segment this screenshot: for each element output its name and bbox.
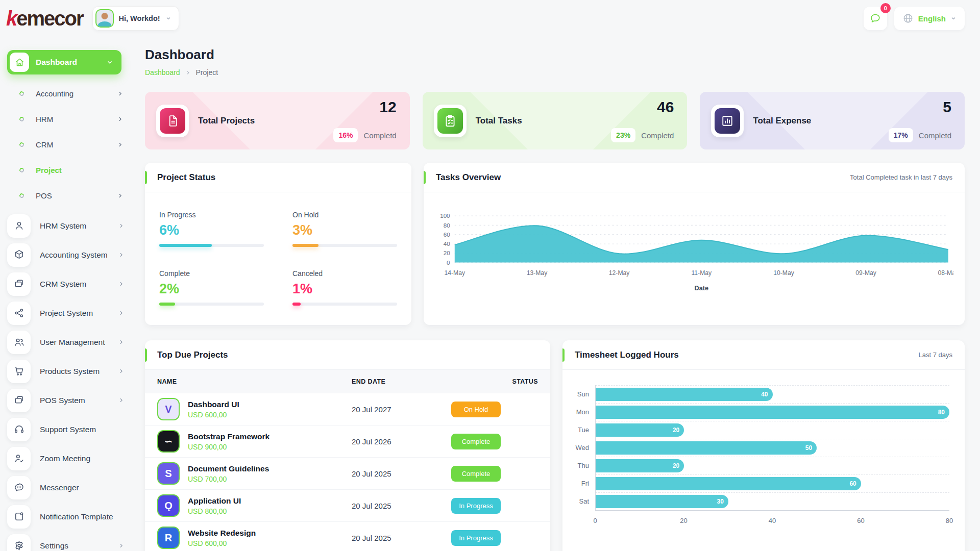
status-badge: Complete	[451, 434, 501, 449]
project-name-link[interactable]: Document Guidelines	[188, 464, 269, 473]
project-price: USD 700,00	[188, 475, 269, 483]
stat-card-footer: 16% Completd	[333, 128, 396, 142]
column-name: NAME	[157, 378, 352, 385]
table-row-bootstrap-framework: ∽ Bootstrap Framework USD 900,00 20 Jul …	[145, 425, 550, 458]
sidebar-item-project-system[interactable]: Project System	[7, 298, 139, 328]
sidebar-item-accounting[interactable]: Accounting	[7, 81, 139, 106]
sidebar-subitem-label: Accounting	[36, 89, 74, 98]
status-progress-track	[159, 303, 264, 306]
status-label: Complete	[159, 269, 264, 278]
language-selector[interactable]: English	[894, 7, 965, 30]
sidebar-subitem-label: Project	[36, 166, 62, 174]
sidebar-item-label: Project System	[40, 309, 93, 318]
svg-text:08-May: 08-May	[938, 269, 953, 277]
sidebar-item-pos[interactable]: POS	[7, 183, 139, 208]
bar-chart-x-axis: 020406080	[595, 510, 949, 529]
timesheet-panel: Timesheet Logged Hours Last 7 days Sun 4…	[562, 340, 965, 551]
sidebar-item-project[interactable]: Project	[7, 157, 139, 183]
svg-text:14-May: 14-May	[444, 269, 465, 277]
sidebar-item-support-system[interactable]: Support System	[7, 415, 139, 444]
user-menu-button[interactable]: Hi, Workdo!	[92, 6, 179, 31]
sidebar-item-label: Support System	[40, 425, 96, 434]
table-header: NAME END DATE STATUS	[145, 370, 550, 393]
gear-icon	[7, 534, 31, 551]
sidebar-item-notification-template[interactable]: Notification Template	[7, 502, 139, 531]
svg-text:Date: Date	[695, 285, 709, 292]
status-progress-track	[159, 244, 264, 247]
sidebar-item-settings[interactable]: Settings	[7, 531, 139, 551]
status-progress-track	[292, 303, 397, 306]
sidebar-item-dashboard[interactable]: Dashboard	[7, 50, 121, 74]
top-due-projects-panel: Top Due Projects NAME END DATE STATUS V …	[145, 340, 550, 551]
chevron-down-icon	[165, 15, 172, 21]
x-axis-tick: 0	[593, 517, 597, 524]
user-check-icon	[7, 447, 31, 470]
panel-note: Last 7 days	[919, 351, 953, 359]
table-body: V Dashboard UI USD 600,00 20 Jul 2027 On…	[145, 393, 550, 551]
messages-button[interactable]: 0	[864, 7, 887, 30]
sidebar-item-pos-system[interactable]: POS System	[7, 386, 139, 415]
status-label: Canceled	[292, 269, 397, 278]
panel-title: Tasks Overview	[436, 172, 501, 183]
sidebar-item-label: HRM System	[40, 221, 86, 231]
breadcrumb: Dashboard Project	[145, 68, 965, 77]
chevron-right-icon	[117, 141, 124, 148]
bar-row-thu: Thu 20	[573, 457, 949, 474]
stat-card-label: Total Projects	[198, 116, 255, 126]
project-status-cell: In Progress	[451, 498, 538, 514]
tasks-overview-panel: Tasks Overview Total Completed task in l…	[424, 163, 965, 325]
x-axis-tick: 40	[769, 517, 776, 524]
stat-card-value: 12	[379, 98, 396, 116]
bar-track: 50	[595, 439, 949, 457]
sidebar-subitem-label: POS	[36, 191, 52, 200]
app-logo[interactable]: kemecor	[6, 2, 83, 35]
bullet-icon	[19, 90, 25, 96]
stat-card-suffix: Completd	[363, 131, 396, 140]
status-progress-track	[292, 244, 397, 247]
bar-row-wed: Wed 50	[573, 439, 949, 457]
project-name-link[interactable]: Bootstrap Framework	[188, 432, 270, 441]
table-row-application-ui: Ǫ Application UI USD 800,00 20 Jul 2025 …	[145, 490, 550, 522]
chevron-right-icon	[118, 397, 125, 404]
bar-category-label: Sun	[573, 390, 595, 398]
sidebar-item-zoom-meeting[interactable]: Zoom Meeting	[7, 444, 139, 473]
cart-icon	[7, 360, 31, 383]
message-icon	[869, 12, 881, 24]
svg-text:100: 100	[440, 212, 450, 219]
bar-track: 20	[595, 457, 949, 474]
svg-text:11-May: 11-May	[691, 269, 712, 277]
stat-card-footer: 23% Completd	[611, 128, 674, 142]
sidebar-item-crm-system[interactable]: CRM System	[7, 269, 139, 298]
sidebar-item-products-system[interactable]: Products System	[7, 357, 139, 386]
bar-track: 20	[595, 421, 949, 439]
bar-row-sun: Sun 40	[573, 385, 949, 403]
share-icon	[7, 302, 31, 325]
sidebar-item-accounting-system[interactable]: Accounting System	[7, 240, 139, 269]
project-name-link[interactable]: Website Redesign	[188, 529, 256, 538]
sidebar-item-user-management[interactable]: User Management	[7, 328, 139, 357]
sidebar-item-crm[interactable]: CRM	[7, 132, 139, 157]
project-cell: S Document Guidelines USD 700,00	[157, 462, 352, 485]
project-name-link[interactable]: Dashboard UI	[188, 400, 239, 409]
sidebar-item-label: Settings	[40, 541, 68, 550]
sidebar-item-hrm-system[interactable]: HRM System	[7, 211, 139, 240]
sidebar: Dashboard Accounting HRM CRM Project POS…	[0, 37, 139, 551]
projects-file-icon	[160, 108, 185, 134]
status-progress-fill	[159, 303, 175, 306]
svg-text:10-May: 10-May	[773, 269, 795, 277]
sidebar-item-messenger[interactable]: Messenger	[7, 473, 139, 502]
project-name-link[interactable]: Application UI	[188, 496, 241, 506]
bar: 80	[596, 406, 949, 419]
project-end-date: 20 Jul 2025	[352, 534, 451, 542]
column-status: STATUS	[451, 378, 538, 385]
stat-card-value: 5	[943, 98, 951, 116]
project-status-panel: Project Status In Progress 6% On Hold 3%…	[145, 163, 411, 325]
status-label: In Progress	[159, 211, 264, 219]
stat-card-footer: 17% Completd	[889, 128, 951, 142]
home-icon	[10, 53, 29, 72]
sidebar-item-hrm[interactable]: HRM	[7, 106, 139, 132]
breadcrumb-dashboard-link[interactable]: Dashboard	[145, 68, 180, 77]
status-progress-fill	[292, 244, 318, 247]
sidebar-item-label: Notification Template	[40, 512, 113, 521]
project-status-complete: Complete 2%	[159, 269, 264, 306]
